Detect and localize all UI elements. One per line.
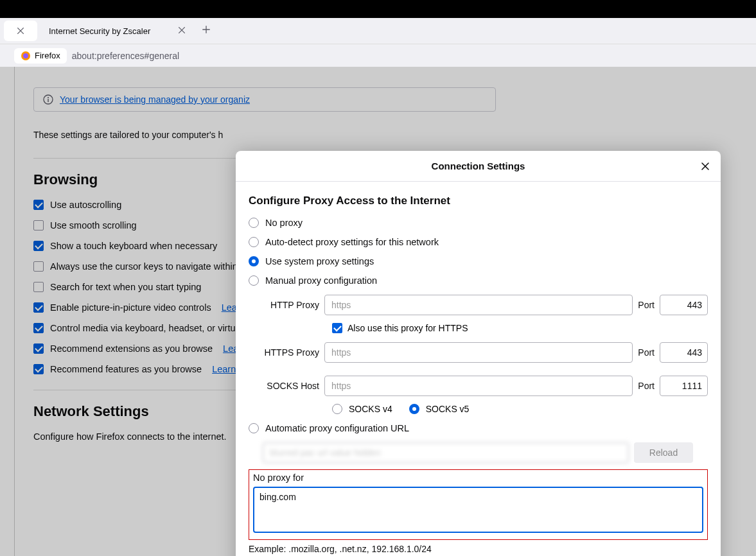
radio-label: Use system proxy settings (265, 256, 374, 266)
port-label: Port (638, 381, 655, 391)
connection-settings-dialog: Connection Settings Configure Proxy Acce… (236, 151, 721, 556)
port-label: Port (638, 300, 655, 310)
tab-close-button[interactable] (177, 26, 186, 37)
checkbox-label: Also use this proxy for HTTPS (347, 323, 468, 333)
http-proxy-label: HTTP Proxy (263, 300, 319, 310)
checkbox-also-https[interactable]: Also use this proxy for HTTPS (332, 323, 708, 333)
tab-title: Internet Security by Zscaler (49, 26, 150, 36)
socks-v4-label: SOCKS v4 (349, 404, 392, 414)
close-icon (177, 26, 186, 35)
dialog-body[interactable]: Configure Proxy Access to the Internet N… (236, 182, 721, 556)
dialog-header: Connection Settings (236, 151, 721, 182)
dialog-title: Connection Settings (432, 161, 525, 171)
socks-v5-label: SOCKS v5 (426, 404, 470, 414)
radio-label: No proxy (265, 218, 303, 228)
https-proxy-input[interactable] (324, 342, 633, 363)
radio-icon (249, 237, 259, 247)
socks-host-label: SOCKS Host (263, 381, 319, 391)
http-port-input[interactable] (660, 295, 708, 315)
no-proxy-highlight: No proxy for (249, 469, 708, 540)
checkbox-icon (332, 323, 342, 333)
no-proxy-for-label: No proxy for (253, 473, 703, 483)
radio-icon (249, 218, 259, 228)
window-titlebar (0, 0, 756, 18)
new-tab-button[interactable] (202, 25, 211, 37)
no-proxy-for-textarea[interactable] (253, 487, 703, 533)
plus-icon (202, 25, 211, 34)
radio-socks-v4[interactable] (332, 404, 342, 414)
https-port-input[interactable] (660, 342, 708, 363)
firefox-icon (21, 51, 31, 61)
radio-no-proxy[interactable]: No proxy (249, 218, 708, 228)
radio-pac-url[interactable]: Automatic proxy configuration URL (249, 423, 708, 433)
firefox-label: Firefox (35, 51, 60, 60)
close-icon (700, 161, 710, 171)
dialog-close-button[interactable] (698, 159, 713, 174)
radio-label: Manual proxy configuration (265, 275, 377, 286)
https-proxy-label: HTTPS Proxy (263, 347, 319, 358)
address-text: about:preferences#general (72, 51, 179, 61)
radio-socks-v5[interactable] (409, 404, 419, 414)
proxy-heading: Configure Proxy Access to the Internet (249, 195, 708, 207)
socks-host-input[interactable] (324, 376, 633, 396)
radio-icon (249, 256, 259, 266)
radio-label: Auto-detect proxy settings for this netw… (265, 237, 439, 247)
port-label: Port (638, 347, 655, 358)
radio-autodetect[interactable]: Auto-detect proxy settings for this netw… (249, 237, 708, 247)
radio-manual-proxy[interactable]: Manual proxy configuration (249, 275, 708, 286)
no-proxy-example: Example: .mozilla.org, .net.nz, 192.168.… (249, 544, 708, 554)
socks-port-input[interactable] (660, 376, 708, 396)
svg-point-1 (23, 53, 28, 58)
tab-zscaler[interactable]: Internet Security by Zscaler (42, 21, 193, 41)
radio-icon (249, 423, 259, 433)
reload-button[interactable]: Reload (634, 442, 693, 463)
radio-label: Automatic proxy configuration URL (265, 423, 409, 433)
address-bar: Firefox about:preferences#general (0, 44, 756, 67)
http-proxy-input[interactable] (324, 295, 633, 315)
preferences-page: Your browser is being managed by your or… (0, 67, 756, 556)
pac-url-input[interactable] (263, 442, 629, 463)
tab-close-button-left[interactable] (4, 21, 37, 41)
radio-system-proxy[interactable]: Use system proxy settings (249, 256, 708, 266)
tab-strip: Internet Security by Zscaler (0, 18, 756, 44)
close-icon (16, 26, 25, 35)
firefox-identity-chip[interactable]: Firefox (14, 48, 67, 64)
radio-icon (249, 275, 259, 286)
